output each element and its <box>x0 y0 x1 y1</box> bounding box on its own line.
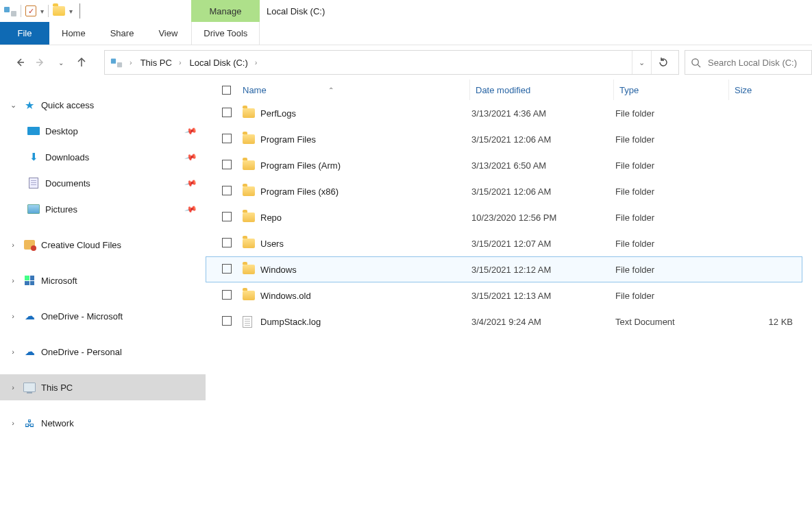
forward-button[interactable] <box>30 51 51 73</box>
sidebar-item-onedrive-personal[interactable]: › ☁ OneDrive - Personal <box>0 339 206 365</box>
file-row[interactable]: Windows.old3/15/2021 12:13 AMFile folder <box>206 282 812 308</box>
file-type: File folder <box>614 213 729 223</box>
column-header-size[interactable]: Size <box>729 85 812 95</box>
file-row[interactable]: Program Files3/15/2021 12:06 AMFile fold… <box>206 126 812 152</box>
pin-icon: 📌 <box>184 176 198 190</box>
search-input[interactable] <box>708 58 806 68</box>
file-row[interactable]: DumpStack.log3/4/2021 9:24 AMText Docume… <box>206 308 812 335</box>
pictures-icon <box>27 203 40 215</box>
file-row[interactable]: Program Files (Arm)3/13/2021 6:50 AMFile… <box>206 152 812 178</box>
file-name: Users <box>260 239 470 249</box>
new-folder-icon[interactable] <box>53 6 65 16</box>
tab-share[interactable]: Share <box>98 22 147 45</box>
expand-icon[interactable]: › <box>8 276 18 284</box>
column-header-checkbox[interactable] <box>222 86 243 95</box>
sidebar-item-label: OneDrive - Microsoft <box>41 311 206 322</box>
expand-icon[interactable]: › <box>8 348 18 356</box>
document-icon <box>27 177 40 189</box>
file-row[interactable]: Windows3/15/2021 12:12 AMFile folder <box>206 256 802 282</box>
file-name: PerfLogs <box>260 108 470 119</box>
file-type: File folder <box>614 239 729 249</box>
sidebar-item-network[interactable]: › 🖧 Network <box>0 410 206 436</box>
file-name: Windows.old <box>260 291 470 301</box>
expand-icon[interactable]: › <box>8 241 18 249</box>
folder-icon <box>243 265 255 274</box>
properties-icon[interactable]: ✓ <box>25 5 36 16</box>
title-bar: ✓ ▾ ▾ Manage Local Disk (C:) <box>0 0 812 22</box>
pin-icon: 📌 <box>184 202 198 216</box>
file-rows: PerfLogs3/13/2021 4:36 AMFile folderProg… <box>206 100 812 335</box>
pin-icon: 📌 <box>184 150 198 164</box>
file-name: Program Files (Arm) <box>260 160 470 171</box>
sidebar-item-label: Creative Cloud Files <box>41 240 206 250</box>
search-icon <box>691 58 701 68</box>
row-checkbox[interactable] <box>222 134 243 145</box>
folder-icon <box>243 186 255 196</box>
row-checkbox[interactable] <box>222 264 243 276</box>
row-checkbox[interactable] <box>222 316 243 328</box>
row-checkbox[interactable] <box>222 186 243 197</box>
up-button[interactable] <box>71 51 92 73</box>
tab-file[interactable]: File <box>0 22 49 45</box>
explorer-icon <box>4 5 16 16</box>
column-header-type[interactable]: Type <box>614 80 729 100</box>
back-button[interactable] <box>10 51 30 73</box>
file-name: Program Files (x86) <box>260 186 470 197</box>
column-header-name[interactable]: Name ⌃ <box>243 80 470 100</box>
sidebar-item-documents[interactable]: Documents 📌 <box>0 170 206 196</box>
sidebar-item-microsoft[interactable]: › Microsoft <box>0 267 206 293</box>
separator <box>79 3 80 19</box>
row-checkbox[interactable] <box>222 290 243 302</box>
navigation-pane: ⌄ ★ Quick access Desktop 📌 ⬇ Downloads 📌… <box>0 80 206 521</box>
file-name: DumpStack.log <box>260 317 470 327</box>
folder-icon <box>243 108 255 118</box>
breadcrumb-this-pc[interactable]: This PC› <box>138 58 187 68</box>
sidebar-item-onedrive-microsoft[interactable]: › ☁ OneDrive - Microsoft <box>0 303 206 329</box>
context-tab-manage[interactable]: Manage <box>191 0 260 22</box>
breadcrumb-root-chevron[interactable]: › <box>124 58 138 66</box>
file-date: 3/15/2021 12:06 AM <box>470 134 614 145</box>
sidebar-item-label: Desktop <box>45 126 180 136</box>
sidebar-item-creative-cloud[interactable]: › Creative Cloud Files <box>0 232 206 258</box>
row-checkbox[interactable] <box>222 238 243 250</box>
recent-locations-button[interactable]: ⌄ <box>51 51 71 73</box>
separator <box>48 5 49 17</box>
collapse-icon[interactable]: ⌄ <box>8 101 18 110</box>
quick-access-toolbar: ✓ ▾ ▾ <box>0 0 87 22</box>
file-date: 3/4/2021 9:24 AM <box>470 317 614 327</box>
sidebar-item-downloads[interactable]: ⬇ Downloads 📌 <box>0 144 206 170</box>
sidebar-item-quick-access[interactable]: ⌄ ★ Quick access <box>0 92 206 118</box>
file-row[interactable]: Program Files (x86)3/15/2021 12:06 AMFil… <box>206 178 812 204</box>
sidebar-item-desktop[interactable]: Desktop 📌 <box>0 118 206 144</box>
this-pc-icon <box>23 381 36 393</box>
tab-view[interactable]: View <box>146 22 190 45</box>
file-row[interactable]: Users3/15/2021 12:07 AMFile folder <box>206 230 812 256</box>
cloud-icon: ☁ <box>23 346 36 358</box>
folder-icon <box>243 134 255 144</box>
refresh-button[interactable] <box>651 51 674 74</box>
file-row[interactable]: PerfLogs3/13/2021 4:36 AMFile folder <box>206 100 812 126</box>
row-checkbox[interactable] <box>222 160 243 171</box>
sidebar-item-pictures[interactable]: Pictures 📌 <box>0 196 206 222</box>
ribbon-context-group: Manage <box>191 0 260 22</box>
tab-home[interactable]: Home <box>49 22 98 45</box>
file-date: 3/15/2021 12:06 AM <box>470 186 614 197</box>
address-history-button[interactable]: ⌄ <box>632 51 651 74</box>
file-row[interactable]: Repo10/23/2020 12:56 PMFile folder <box>206 204 812 230</box>
expand-icon[interactable]: › <box>8 383 18 391</box>
sort-asc-icon: ⌃ <box>328 86 334 94</box>
customize-qat-icon[interactable]: ▾ <box>69 8 73 15</box>
qat-dropdown-icon[interactable]: ▾ <box>40 8 44 15</box>
sidebar-item-this-pc[interactable]: › This PC <box>0 374 206 400</box>
sidebar-item-label: Pictures <box>45 204 180 215</box>
tab-drive-tools[interactable]: Drive Tools <box>204 28 247 38</box>
search-box[interactable] <box>685 50 812 75</box>
row-checkbox[interactable] <box>222 212 243 223</box>
breadcrumb-location[interactable]: Local Disk (C:)› <box>187 58 263 68</box>
column-label: Name <box>243 85 267 95</box>
expand-icon[interactable]: › <box>8 312 18 320</box>
row-checkbox[interactable] <box>222 108 243 119</box>
column-header-date[interactable]: Date modified <box>470 80 614 100</box>
address-bar[interactable]: › This PC› Local Disk (C:)› ⌄ <box>104 50 679 75</box>
expand-icon[interactable]: › <box>8 419 18 427</box>
